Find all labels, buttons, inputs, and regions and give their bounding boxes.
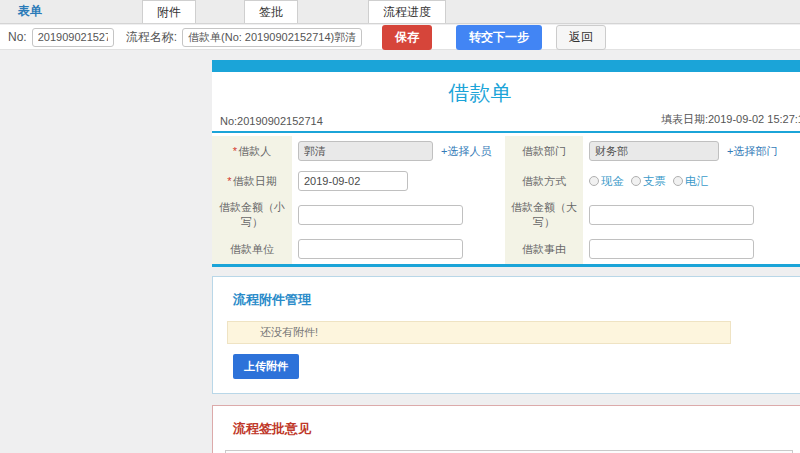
amount-lowercase-field (292, 196, 505, 234)
next-step-button[interactable]: 转交下一步 (456, 25, 542, 50)
tab-attachments[interactable]: 附件 (142, 0, 196, 23)
attachments-heading: 流程附件管理 (233, 291, 795, 309)
save-button[interactable]: 保存 (382, 25, 432, 50)
amount-uppercase-label: 借款金额（大写） (505, 196, 583, 234)
tab-bar: 表单 附件 签批 流程进度 (0, 0, 800, 24)
no-label: No: (8, 30, 27, 44)
loan-method-field: 现金 支票 电汇 (583, 166, 800, 196)
radio-icon[interactable] (673, 176, 683, 186)
department-input (589, 141, 719, 161)
form-title: 借款单 (212, 72, 800, 110)
no-input[interactable] (32, 28, 114, 47)
process-name-input[interactable] (182, 28, 362, 47)
loan-date-label: *借款日期 (212, 166, 292, 196)
radio-cheque[interactable]: 支票 (631, 174, 666, 189)
borrower-input (298, 141, 433, 161)
borrower-label: *借款人 (212, 136, 292, 166)
amount-lowercase-label: 借款金额（小写） (212, 196, 292, 234)
form-meta-row: No:20190902152714 填表日期:2019-09-02 15:27:… (212, 110, 800, 133)
loan-reason-field (583, 234, 800, 264)
department-label: 借款部门 (505, 136, 583, 166)
back-button[interactable]: 返回 (556, 25, 606, 50)
loan-unit-input[interactable] (298, 239, 463, 259)
borrower-field: +选择人员 (292, 136, 505, 166)
form-header-bar (212, 60, 800, 72)
loan-date-input[interactable] (298, 171, 408, 191)
radio-icon[interactable] (589, 176, 599, 186)
radio-cash[interactable]: 现金 (589, 174, 624, 189)
required-mark: * (233, 145, 237, 157)
radio-wire[interactable]: 电汇 (673, 174, 708, 189)
approval-heading: 流程签批意见 (233, 420, 793, 438)
fill-date: 填表日期:2019-09-02 15:27:1 (661, 112, 800, 127)
form-grid: *借款人 +选择人员 借款部门 +选择部门 *借款日期 借款方式 (212, 136, 800, 267)
loan-reason-label: 借款事由 (505, 234, 583, 264)
tab-approval[interactable]: 签批 (244, 0, 298, 23)
required-mark: * (227, 175, 231, 187)
upload-attachment-button[interactable]: 上传附件 (233, 354, 299, 379)
loan-date-field (292, 166, 505, 196)
amount-uppercase-field (583, 196, 800, 234)
select-department-link[interactable]: +选择部门 (727, 144, 777, 159)
loan-unit-label: 借款单位 (212, 234, 292, 264)
tab-form[interactable]: 表单 (4, 0, 56, 23)
loan-method-label: 借款方式 (505, 166, 583, 196)
select-person-link[interactable]: +选择人员 (441, 144, 491, 159)
attachments-card: 流程附件管理 还没有附件! 上传附件 (212, 276, 800, 394)
process-name-label: 流程名称: (126, 29, 177, 46)
loan-method-options: 现金 支票 电汇 (589, 174, 708, 189)
amount-lowercase-input[interactable] (298, 205, 463, 225)
department-field: +选择部门 (583, 136, 800, 166)
no-attachments-message: 还没有附件! (227, 321, 731, 344)
main-panel: 借款单 No:20190902152714 填表日期:2019-09-02 15… (212, 60, 800, 453)
loan-form-card: 借款单 No:20190902152714 填表日期:2019-09-02 15… (212, 60, 800, 267)
tab-process-progress[interactable]: 流程进度 (368, 0, 446, 23)
radio-icon[interactable] (631, 176, 641, 186)
amount-uppercase-input[interactable] (589, 205, 754, 225)
approval-card: 流程签批意见 B I abc ✎ ∞ ∞ ⚑ ⇤ ⇥ ” 样式 ▾ (212, 405, 800, 453)
loan-unit-field (292, 234, 505, 264)
loan-reason-input[interactable] (589, 239, 754, 259)
action-bar: No: 流程名称: 保存 转交下一步 返回 (0, 25, 800, 50)
doc-number: No:20190902152714 (220, 115, 323, 127)
